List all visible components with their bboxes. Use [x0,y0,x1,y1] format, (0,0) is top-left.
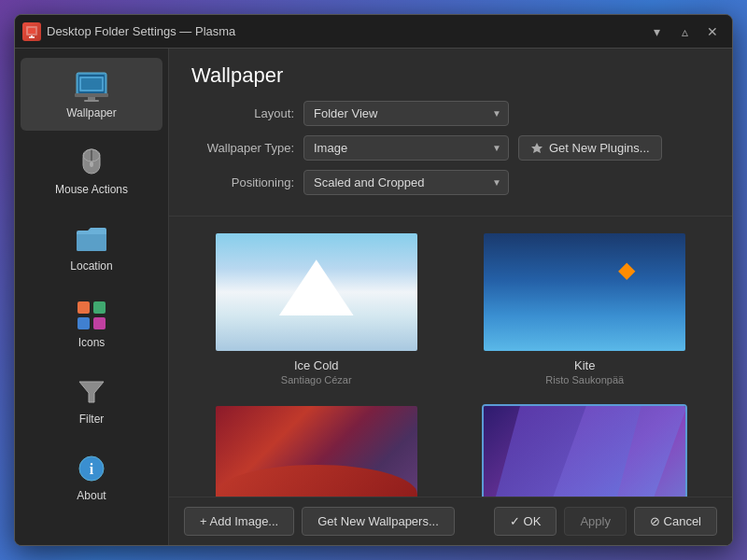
wallpaper-grid: Ice Cold Santiago Cézar Kite Risto Sauko… [184,224,717,497]
sidebar-item-mouse-actions[interactable]: Mouse Actions [21,134,162,207]
main-window: Desktop Folder Settings — Plasma ▾ ▵ ✕ [14,14,733,546]
get-plugins-button[interactable]: Get New Plugins... [518,135,662,161]
positioning-label: Positioning: [191,175,294,189]
ice-cold-preview [216,233,417,351]
layout-row: Layout: Folder View Desktop ▼ [191,101,710,126]
sidebar: Wallpaper Mouse Actions [15,49,169,545]
titlebar-left: Desktop Folder Settings — Plasma [22,22,235,41]
wallpaper-thumb-kite [482,231,687,353]
window-title: Desktop Folder Settings — Plasma [47,24,235,38]
svg-rect-17 [78,317,90,329]
wallpaper-thumb-kokkini [214,404,419,497]
page-title: Wallpaper [191,63,710,88]
kokkini-preview [216,406,417,497]
kite-preview [484,233,685,351]
get-wallpapers-button[interactable]: Get New Wallpapers... [302,507,455,536]
svg-rect-10 [81,78,102,90]
svg-rect-15 [78,301,90,314]
app-icon [22,22,41,41]
svg-point-14 [90,161,93,167]
wallpaper-type-label: Wallpaper Type: [191,141,294,155]
wallpaper-item-kokkini[interactable]: Kokkini Ken Vermette [188,400,445,497]
sidebar-label-icons: Icons [78,336,106,349]
wallpaper-thumb-ice-cold [214,231,419,353]
filter-icon [75,375,108,409]
layout-select[interactable]: Folder View Desktop [303,101,509,126]
wallpaper-item-ice-cold[interactable]: Ice Cold Santiago Cézar [188,228,445,389]
wallpaper-scroll-container[interactable]: Ice Cold Santiago Cézar Kite Risto Sauko… [169,217,732,497]
wallpaper-type-select[interactable]: Image Color Slideshow [303,135,509,161]
sidebar-item-filter[interactable]: Filter [21,364,162,437]
svg-marker-19 [79,382,104,402]
wallpaper-name-kite: Kite [574,358,595,372]
content-area: Wallpaper Mouse Actions [15,49,732,545]
wallpaper-type-row: Wallpaper Type: Image Color Slideshow ▼ … [191,135,710,161]
wallpaper-item-shell[interactable]: Shell Lucas Andrade [457,400,714,497]
folder-icon [75,222,108,256]
svg-rect-7 [88,97,95,100]
wallpaper-name-ice-cold: Ice Cold [294,358,339,372]
add-image-button[interactable]: + Add Image... [184,507,294,536]
wallpaper-item-kite[interactable]: Kite Risto Saukonpää [457,228,714,389]
wallpaper-icon [75,69,108,103]
bottom-left-buttons: + Add Image... Get New Wallpapers... [184,507,455,536]
positioning-row: Positioning: Scaled and Cropped Scaled C… [191,170,710,195]
mouse-icon [75,146,108,179]
positioning-select[interactable]: Scaled and Cropped Scaled Centered Tiled… [303,170,509,195]
cancel-button[interactable]: ⊘ Cancel [634,507,717,536]
sidebar-label-mouse-actions: Mouse Actions [55,183,128,196]
svg-rect-6 [75,93,108,97]
svg-rect-1 [28,28,35,34]
svg-text:i: i [90,461,94,477]
sidebar-item-wallpaper[interactable]: Wallpaper [21,58,162,131]
wallpaper-author-ice-cold: Santiago Cézar [281,374,352,385]
wallpaper-thumb-shell [482,404,687,497]
layout-select-wrapper: Folder View Desktop ▼ [303,101,509,126]
minimize-button[interactable]: ▾ [644,22,669,41]
sidebar-label-filter: Filter [79,413,105,426]
sidebar-label-about: About [77,489,106,502]
shell-preview [484,406,685,497]
ok-button[interactable]: ✓ OK [494,507,557,536]
maximize-button[interactable]: ▵ [672,22,697,41]
layout-label: Layout: [191,106,294,120]
svg-rect-18 [93,317,106,329]
info-icon: i [75,452,108,485]
main-content: Wallpaper Layout: Folder View Desktop ▼ … [169,49,732,545]
titlebar-controls: ▾ ▵ ✕ [644,22,725,41]
sidebar-label-wallpaper: Wallpaper [66,106,117,119]
wallpaper-type-select-wrapper: Image Color Slideshow ▼ [303,135,509,161]
apply-button[interactable]: Apply [564,507,627,536]
svg-rect-8 [84,100,99,102]
bottom-right-buttons: ✓ OK Apply ⊘ Cancel [494,507,717,536]
bottom-bar: + Add Image... Get New Wallpapers... ✓ O… [169,497,732,545]
wallpaper-author-kite: Risto Saukonpää [545,374,624,385]
icons-icon [75,299,108,332]
sidebar-label-location: Location [70,259,112,273]
titlebar: Desktop Folder Settings — Plasma ▾ ▵ ✕ [15,15,732,49]
sidebar-item-about[interactable]: i About [21,441,162,513]
sidebar-item-icons[interactable]: Icons [21,287,162,360]
sidebar-item-location[interactable]: Location [21,211,162,284]
close-button[interactable]: ✕ [700,22,725,41]
svg-rect-16 [93,301,106,314]
wallpaper-grid-area: Ice Cold Santiago Cézar Kite Risto Sauko… [169,217,732,497]
positioning-select-wrapper: Scaled and Cropped Scaled Centered Tiled… [303,170,509,195]
main-header: Wallpaper Layout: Folder View Desktop ▼ … [169,49,732,217]
